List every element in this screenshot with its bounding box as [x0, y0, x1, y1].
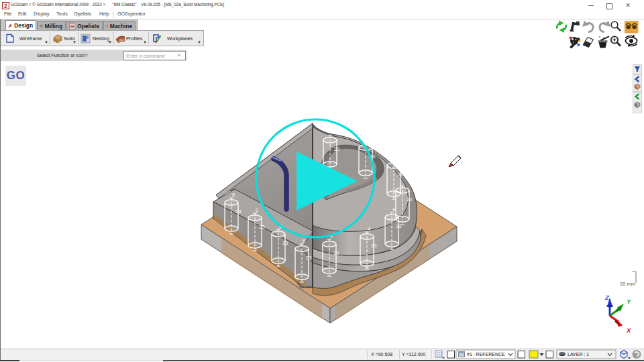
svg-text:Z: Z: [604, 294, 610, 301]
svg-text:2: 2: [4, 2, 7, 9]
svg-text:20: 20: [407, 196, 412, 202]
svg-text:X: X: [626, 326, 631, 334]
svg-text:2: 2: [256, 207, 258, 213]
svg-text:4: 4: [368, 226, 370, 232]
svg-text:23: 23: [259, 224, 264, 230]
svg-text:20: 20: [371, 243, 376, 249]
svg-text:20: 20: [333, 250, 339, 256]
svg-text:20: 20: [334, 146, 339, 152]
svg-text:20 mm: 20 mm: [620, 281, 635, 287]
svg-text:20: 20: [396, 223, 401, 229]
svg-text:23: 23: [282, 240, 288, 246]
svg-text:Y: Y: [627, 298, 632, 305]
svg-text:6: 6: [303, 238, 305, 244]
svg-text:6: 6: [232, 192, 235, 198]
svg-text:#1 : REFERENCE: #1 : REFERENCE: [467, 352, 505, 357]
svg-text:4: 4: [394, 155, 397, 161]
svg-text:8: 8: [392, 206, 395, 213]
svg-text:LAYER : 1: LAYER : 1: [568, 352, 589, 357]
svg-text:4: 4: [331, 129, 333, 135]
svg-text:20: 20: [398, 172, 403, 178]
svg-text:23: 23: [235, 208, 241, 215]
svg-text:23: 23: [306, 255, 311, 261]
